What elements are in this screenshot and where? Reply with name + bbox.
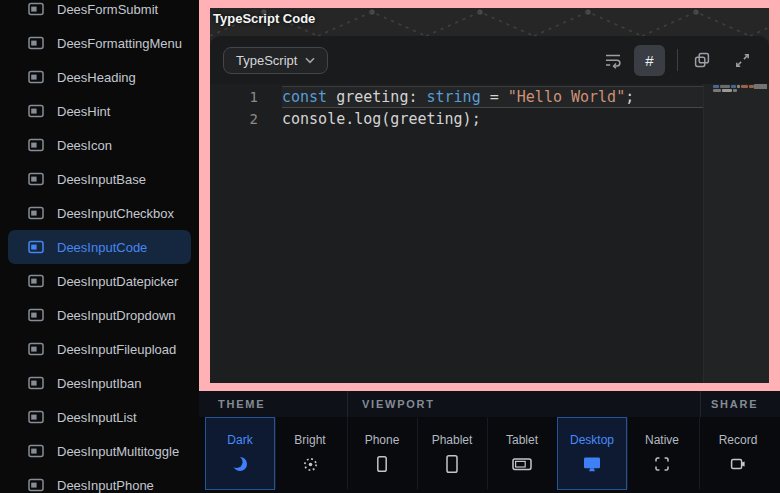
code-token: greeting: [336, 88, 408, 106]
sidebar-item-label: DeesInputIban: [57, 376, 142, 391]
sidebar-item-label: DeesIcon: [57, 138, 112, 153]
demo-title: TypeScript Code: [213, 11, 315, 26]
sidebar-item-deesinputcode[interactable]: DeesInputCode: [8, 230, 191, 264]
sidebar-item-deesinputdatepicker[interactable]: DeesInputDatepicker: [8, 264, 191, 298]
language-select-label: TypeScript: [236, 53, 297, 68]
minimap-line-2: [713, 89, 737, 92]
viewport-phone-button[interactable]: Phone: [347, 417, 417, 490]
component-icon: [28, 240, 44, 254]
component-icon: [28, 2, 44, 16]
theme-bright-label: Bright: [294, 433, 325, 447]
sun-icon: [301, 454, 320, 474]
theme-section-label: THEME: [199, 391, 347, 417]
sidebar-item-label: DeesHeading: [57, 70, 136, 85]
viewport-phone-label: Phone: [365, 433, 400, 447]
viewport-phablet-label: Phablet: [432, 433, 473, 447]
viewport-section-label: VIEWPORT: [347, 391, 700, 417]
component-icon: [28, 444, 44, 458]
phablet-icon: [442, 454, 462, 474]
language-select[interactable]: TypeScript: [223, 47, 328, 74]
code-token: string: [427, 88, 481, 106]
component-icon: [28, 478, 44, 492]
sidebar-item-label: DeesInputDatepicker: [57, 274, 178, 289]
sidebar-item-deesformsubmit[interactable]: DeesFormSubmit: [8, 0, 191, 26]
component-icon: [28, 376, 44, 390]
component-icon: [28, 308, 44, 322]
sidebar-item-deesinputphone[interactable]: DeesInputPhone: [8, 468, 191, 493]
viewport-native-label: Native: [645, 433, 679, 447]
sidebar-item-label: DeesInputBase: [57, 172, 146, 187]
theme-dark-label: Dark: [227, 433, 252, 447]
sidebar-item-deeshint[interactable]: DeesHint: [8, 94, 191, 128]
code-line-2: 2 console.log(greeting);: [210, 108, 769, 130]
app-window: DeesFormSubmit DeesFormattingMenu DeesHe…: [0, 0, 780, 493]
desktop-icon: [582, 454, 602, 474]
code-token: const: [282, 88, 336, 106]
component-icon: [28, 172, 44, 186]
sidebar-item-deesinputdropdown[interactable]: DeesInputDropdown: [8, 298, 191, 332]
native-icon: [653, 454, 671, 474]
code-line-1: 1 const greeting: string = "Hello World"…: [210, 86, 769, 108]
editor-actions: #: [601, 45, 754, 76]
environment-controls: THEME VIEWPORT SHARE Dark Bright Phone: [199, 391, 780, 493]
component-icon: [28, 36, 44, 50]
code-input-area[interactable]: 1 const greeting: string = "Hello World"…: [210, 84, 769, 383]
code-token: :: [408, 88, 426, 106]
component-icon: [28, 342, 44, 356]
share-section-label: SHARE: [700, 391, 780, 417]
theme-dark-button[interactable]: Dark: [205, 417, 275, 490]
viewport-phablet-button[interactable]: Phablet: [417, 417, 487, 490]
viewport-desktop-button[interactable]: Desktop: [557, 417, 627, 490]
share-record-label: Record: [719, 433, 758, 447]
sidebar-item-deesformattingmenu[interactable]: DeesFormattingMenu: [8, 26, 191, 60]
sidebar-item-label: DeesInputFileupload: [57, 342, 176, 357]
editor-minimap[interactable]: [703, 84, 769, 383]
sidebar-item-deesinputfileupload[interactable]: DeesInputFileupload: [8, 332, 191, 366]
code-text: console.log(greeting);: [282, 108, 703, 130]
scrollbar-slider[interactable]: [754, 84, 767, 89]
record-icon: [728, 454, 748, 474]
moon-icon: [229, 454, 251, 474]
sidebar-item-label: DeesInputPhone: [57, 478, 154, 493]
sidebar-item-deesheading[interactable]: DeesHeading: [8, 60, 191, 94]
demo-canvas: TypeScript Code TypeScript #: [210, 8, 769, 383]
viewport-tablet-label: Tablet: [506, 433, 538, 447]
demo-stage-frame: TypeScript Code TypeScript #: [199, 0, 780, 391]
code-token: console.log(greeting);: [282, 110, 481, 128]
code-token: ;: [625, 88, 634, 106]
line-number: 1: [210, 89, 258, 105]
component-icon: [28, 410, 44, 424]
sidebar-item-label: DeesFormSubmit: [57, 2, 158, 17]
sidebar-item-label: DeesFormattingMenu: [57, 36, 182, 51]
viewport-native-button[interactable]: Native: [627, 417, 697, 490]
sidebar-item-deesinputlist[interactable]: DeesInputList: [8, 400, 191, 434]
sidebar-item-deesicon[interactable]: DeesIcon: [8, 128, 191, 162]
chevron-down-icon: [305, 57, 315, 64]
word-wrap-icon[interactable]: [601, 48, 625, 72]
sidebar-item-deesinputiban[interactable]: DeesInputIban: [8, 366, 191, 400]
component-icon: [28, 138, 44, 152]
component-list: DeesFormSubmit DeesFormattingMenu DeesHe…: [0, 0, 199, 493]
copy-icon[interactable]: [690, 48, 714, 72]
sidebar-item-label: DeesInputCheckbox: [57, 206, 174, 221]
line-number: 2: [210, 111, 258, 127]
component-icon: [28, 104, 44, 118]
sidebar-item-label: DeesInputCode: [57, 240, 147, 255]
theme-bright-button[interactable]: Bright: [275, 417, 345, 490]
sidebar-item-deesinputmultitoggle[interactable]: DeesInputMultitoggle: [8, 434, 191, 468]
line-numbers-toggle[interactable]: #: [634, 45, 665, 76]
sidebar-item-label: DeesInputMultitoggle: [57, 444, 179, 459]
sidebar-item-label: DeesInputList: [57, 410, 137, 425]
viewport-tablet-button[interactable]: Tablet: [487, 417, 557, 490]
share-record-button[interactable]: Record: [699, 417, 777, 490]
sidebar-item-label: DeesHint: [57, 104, 110, 119]
sidebar-item-deesinputbase[interactable]: DeesInputBase: [8, 162, 191, 196]
tablet-icon: [511, 454, 533, 474]
editor-toolbar: TypeScript #: [210, 36, 769, 84]
component-icon: [28, 206, 44, 220]
sidebar-item-deesinputcheckbox[interactable]: DeesInputCheckbox: [8, 196, 191, 230]
expand-icon[interactable]: [730, 48, 754, 72]
code-text: const greeting: string = "Hello World";: [282, 86, 703, 108]
controls-header: THEME VIEWPORT SHARE: [199, 391, 780, 417]
code-token: "Hello World": [508, 88, 625, 106]
